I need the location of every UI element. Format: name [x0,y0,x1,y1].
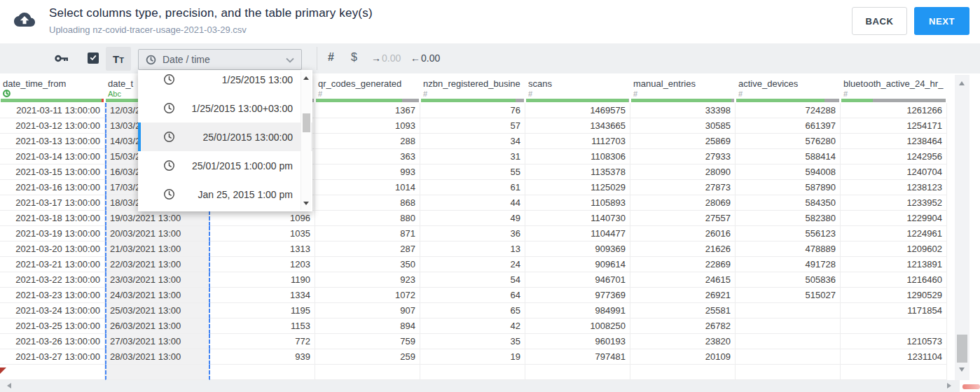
table-cell[interactable]: 1105893 [525,195,630,211]
scroll-right-icon[interactable] [947,383,951,388]
next-button[interactable]: NEXT [914,7,969,35]
table-cell[interactable]: 19/03/2021 13:00 [105,211,210,226]
table-cell[interactable]: 1334 [210,288,315,303]
table-cell[interactable] [630,365,736,380]
table-cell[interactable] [841,318,947,334]
table-cell[interactable]: 34 [420,134,525,149]
table-cell[interactable]: 1238123 [841,180,947,195]
table-cell[interactable]: 27873 [630,180,736,195]
table-cell[interactable]: 1224961 [841,226,947,241]
table-cell[interactable]: 22/03/2021 13:00 [105,257,210,272]
table-cell[interactable]: 26016 [630,226,736,241]
table-cell[interactable]: 2021-03-17 13:00:00 [0,195,105,211]
table-cell[interactable]: 1216460 [841,272,947,288]
table-cell[interactable]: 1140730 [525,211,630,226]
table-cell[interactable]: 64 [420,288,525,303]
table-cell[interactable]: 26921 [630,288,736,303]
table-cell[interactable]: 25869 [630,134,736,149]
dropdown-item[interactable]: 25/01/2015 13:00:00 [138,122,312,151]
table-cell[interactable]: 28090 [630,164,736,180]
table-cell[interactable]: 42 [420,318,525,334]
table-cell[interactable]: 24615 [630,272,736,288]
table-cell[interactable] [315,365,420,380]
table-cell[interactable]: 2021-03-24 13:00:00 [0,303,105,318]
table-cell[interactable]: 2021-03-18 13:00:00 [0,211,105,226]
table-cell[interactable]: 724288 [736,103,841,118]
table-cell[interactable]: 894 [315,318,420,334]
table-cell[interactable]: 22869 [630,257,736,272]
table-cell[interactable]: 584350 [736,195,841,211]
column-header-active_devices[interactable]: active_devices# [736,74,841,99]
column-header-date_time_from[interactable]: date_time_from [0,74,105,99]
table-cell[interactable]: 1112703 [525,134,630,149]
table-cell[interactable]: 880 [315,211,420,226]
table-cell[interactable] [105,365,210,380]
table-cell[interactable]: 1229904 [841,211,947,226]
table-cell[interactable]: 984991 [525,303,630,318]
scroll-up-icon[interactable] [303,76,309,80]
increase-decimal-button[interactable]: → 0.00 [371,52,401,64]
table-cell[interactable]: 44 [420,195,525,211]
table-cell[interactable]: 24 [420,257,525,272]
table-cell[interactable]: 1313 [210,241,315,257]
column-header-scans[interactable]: scans# [525,74,630,99]
table-cell[interactable]: 363 [315,149,420,164]
table-cell[interactable] [736,334,841,349]
table-cell[interactable]: 797481 [525,349,630,365]
table-cell[interactable]: 556123 [736,226,841,241]
table-cell[interactable]: 1213891 [841,257,947,272]
table-cell[interactable]: 28/03/2021 13:00 [105,349,210,365]
table-cell[interactable]: 2021-03-22 13:00:00 [0,272,105,288]
table-cell[interactable]: 2021-03-16 13:00:00 [0,180,105,195]
table-cell[interactable]: 21626 [630,241,736,257]
table-cell[interactable]: 1240704 [841,164,947,180]
table-cell[interactable]: 55 [420,164,525,180]
table-cell[interactable]: 946701 [525,272,630,288]
scroll-up-icon[interactable] [959,81,965,85]
table-cell[interactable]: 1125029 [525,180,630,195]
table-cell[interactable]: 33398 [630,103,736,118]
table-cell[interactable]: 1008250 [525,318,630,334]
table-cell[interactable]: 2021-03-23 13:00:00 [0,288,105,303]
table-cell[interactable]: 1093 [315,118,420,134]
table-cell[interactable]: 909614 [525,257,630,272]
column-header-nzbn_registered_busine[interactable]: nzbn_registered_busine# [420,74,525,99]
dropdown-item[interactable]: 1/25/2015 13:00 [138,70,312,94]
table-cell[interactable]: 31 [420,149,525,164]
horizontal-scrollbar[interactable] [0,380,960,392]
table-cell[interactable]: 1210573 [841,334,947,349]
table-cell[interactable]: 2021-03-20 13:00:00 [0,241,105,257]
table-cell[interactable]: 1290529 [841,288,947,303]
table-cell[interactable]: 24/03/2021 13:00 [105,288,210,303]
table-cell[interactable]: 1233952 [841,195,947,211]
table-cell[interactable]: 2021-03-27 13:00:00 [0,349,105,365]
table-cell[interactable]: 259 [315,349,420,365]
table-cell[interactable]: 588414 [736,149,841,164]
table-cell[interactable]: 1231104 [841,349,947,365]
table-cell[interactable]: 21/03/2021 13:00 [105,241,210,257]
table-cell[interactable]: 287 [315,241,420,257]
table-cell[interactable]: 57 [420,118,525,134]
table-cell[interactable]: 1238464 [841,134,947,149]
table-cell[interactable]: 35 [420,334,525,349]
table-cell[interactable]: 1190 [210,272,315,288]
table-cell[interactable]: 576280 [736,134,841,149]
dropdown-item[interactable]: 25/01/2015 1:00:00 pm [138,151,312,180]
table-cell[interactable]: 2021-03-13 13:00:00 [0,134,105,149]
table-cell[interactable]: 1108306 [525,149,630,164]
table-cell[interactable]: 36 [420,226,525,241]
table-cell[interactable] [736,318,841,334]
table-cell[interactable] [0,365,105,380]
table-cell[interactable]: 65 [420,303,525,318]
table-cell[interactable]: 478889 [736,241,841,257]
table-cell[interactable]: 350 [315,257,420,272]
table-cell[interactable]: 594008 [736,164,841,180]
table-cell[interactable]: 1343665 [525,118,630,134]
table-cell[interactable] [210,365,315,380]
table-cell[interactable]: 2021-03-21 13:00:00 [0,257,105,272]
table-cell[interactable]: 2021-03-25 13:00:00 [0,318,105,334]
table-cell[interactable]: 27933 [630,149,736,164]
table-cell[interactable]: 2021-03-26 13:00:00 [0,334,105,349]
table-cell[interactable]: 1254171 [841,118,947,134]
table-cell[interactable]: 582380 [736,211,841,226]
